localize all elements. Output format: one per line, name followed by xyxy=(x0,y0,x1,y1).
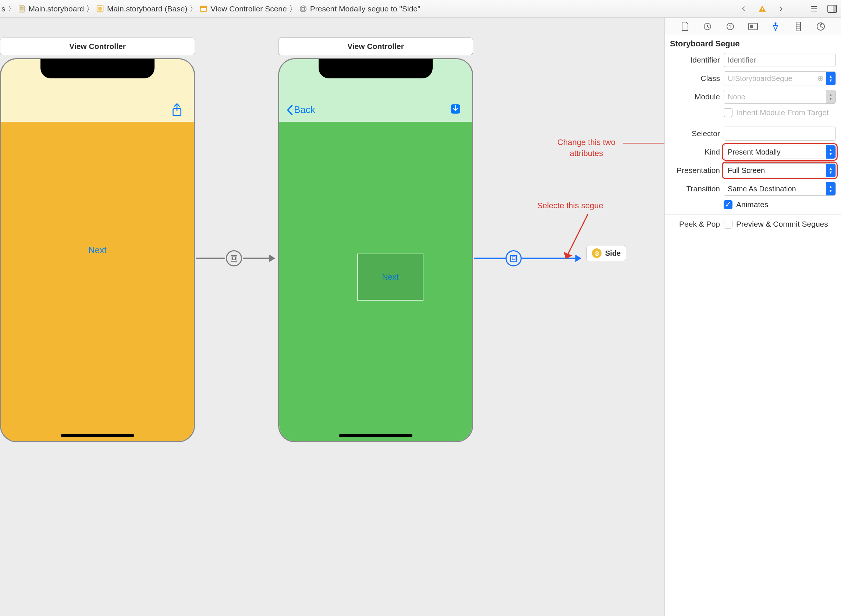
transition-row: Transition Same As Destination ▲▼ xyxy=(665,180,841,198)
animates-checkbox[interactable]: ✓ xyxy=(724,200,733,209)
issues-warning-icon[interactable] xyxy=(757,4,768,14)
segue-icon xyxy=(299,5,307,13)
peekpop-checkbox[interactable] xyxy=(724,220,733,229)
peekpop-row: Peek & Pop Preview & Commit Segues xyxy=(665,217,841,231)
svg-rect-20 xyxy=(233,257,236,260)
selector-row: Selector xyxy=(665,125,841,143)
field-label: Identifier xyxy=(665,56,720,65)
presentation-select[interactable]: Full Screen ▲▼ xyxy=(724,163,836,177)
svg-rect-9 xyxy=(762,8,763,10)
animates-row: ✓ Animates xyxy=(665,198,841,211)
chevron-left-icon xyxy=(287,105,293,115)
field-label: Selector xyxy=(665,129,720,138)
chevron-right-icon: 〉 xyxy=(289,4,297,14)
view-controller-2[interactable]: Back Next xyxy=(278,58,473,442)
identifier-row: Identifier xyxy=(665,51,841,69)
download-icon[interactable] xyxy=(449,103,462,116)
checkbox-label: Preview & Commit Segues xyxy=(736,220,828,229)
class-row: Class UIStoryboardSegue ⊕ ▲▼ xyxy=(665,69,841,88)
svg-rect-4 xyxy=(98,7,101,10)
breadcrumb-scene[interactable]: View Controller Scene xyxy=(199,4,287,13)
svg-rect-1 xyxy=(20,7,23,8)
field-label: Class xyxy=(665,74,720,83)
breadcrumb-storyboard-base[interactable]: Main.storyboard (Base) xyxy=(96,4,187,13)
select-value: Same As Destination xyxy=(728,185,796,193)
chevron-right-icon: 〉 xyxy=(86,4,94,14)
annotation-arrow-2 xyxy=(563,214,592,263)
back-button[interactable]: Back xyxy=(287,104,315,116)
svg-text:?: ? xyxy=(729,24,731,29)
identifier-field[interactable] xyxy=(724,53,836,67)
svg-rect-12 xyxy=(811,9,817,9)
select-value: UIStoryboardSegue xyxy=(728,74,793,83)
svg-rect-23 xyxy=(511,255,517,261)
home-indicator xyxy=(339,434,412,437)
kind-select[interactable]: Present Modally ▲▼ xyxy=(724,145,836,159)
present-modally-icon xyxy=(505,250,522,266)
content-view xyxy=(1,122,194,441)
select-stepper-icon: ▲▼ xyxy=(826,182,835,195)
breadcrumb-label: Main.storyboard xyxy=(29,4,84,13)
breadcrumb-root-suffix[interactable]: s xyxy=(1,4,6,13)
viewcontroller-icon: ◎ xyxy=(592,248,602,258)
container-view[interactable]: Next xyxy=(357,254,423,301)
select-value: None xyxy=(728,93,745,101)
svg-rect-15 xyxy=(833,5,837,13)
storyboard-file-icon xyxy=(18,5,26,13)
select-stepper-icon: ▲▼ xyxy=(826,90,835,103)
nav-back-button[interactable] xyxy=(739,4,749,14)
help-inspector-tab[interactable]: ? xyxy=(724,20,737,33)
storyboard-canvas[interactable]: View Controller View Controller Next xyxy=(0,18,664,616)
breadcrumbs: s 〉 Main.storyboard 〉 Main.storyboard (B… xyxy=(0,4,420,14)
scene2-title-bar[interactable]: View Controller xyxy=(278,38,473,55)
view-controller-1[interactable]: Next xyxy=(0,58,195,442)
module-select[interactable]: None ▲▼ xyxy=(724,90,836,104)
connections-inspector-tab[interactable] xyxy=(815,20,827,33)
inherit-row: Inherit Module From Target xyxy=(665,106,841,119)
svg-rect-8 xyxy=(302,7,304,10)
transition-select[interactable]: Same As Destination ▲▼ xyxy=(724,182,836,196)
select-stepper-icon: ▲▼ xyxy=(826,145,835,158)
svg-rect-13 xyxy=(811,11,817,12)
attributes-inspector-tab[interactable] xyxy=(769,20,782,33)
share-icon[interactable] xyxy=(171,103,183,118)
file-inspector-tab[interactable] xyxy=(679,20,691,33)
chevron-right-icon: 〉 xyxy=(189,4,197,14)
field-label: Transition xyxy=(665,184,720,193)
svg-rect-10 xyxy=(762,11,763,12)
identity-inspector-tab[interactable] xyxy=(747,20,759,33)
svg-rect-31 xyxy=(750,25,753,28)
field-label: Presentation xyxy=(665,166,720,175)
home-indicator xyxy=(61,434,134,437)
segue-arrow-1[interactable] xyxy=(196,250,276,266)
field-label: Peek & Pop xyxy=(665,220,720,229)
selector-field[interactable] xyxy=(724,126,836,141)
scene-title-label: View Controller xyxy=(347,42,404,51)
chip-label: Side xyxy=(605,249,621,258)
inherit-checkbox[interactable] xyxy=(724,108,733,117)
breadcrumb-storyboard[interactable]: Main.storyboard xyxy=(18,4,84,13)
side-viewcontroller-chip[interactable]: ◎ Side xyxy=(586,245,626,261)
add-class-icon[interactable]: ⊕ xyxy=(817,73,824,83)
select-value: Full Screen xyxy=(728,166,765,175)
class-select[interactable]: UIStoryboardSegue ⊕ ▲▼ xyxy=(724,71,836,85)
section-title: Storyboard Segue xyxy=(665,35,841,51)
annotation-change-attrs: Change this two attributes xyxy=(549,137,623,158)
chevron-right-icon: 〉 xyxy=(8,4,15,14)
container-label: Next xyxy=(382,272,399,282)
breadcrumb-segue[interactable]: Present Modally segue to "Side" xyxy=(299,4,420,13)
scene1-title-bar[interactable]: View Controller xyxy=(0,38,195,55)
scene-icon xyxy=(199,5,208,13)
nav-forward-button[interactable] xyxy=(775,4,786,14)
jumpbar-tools xyxy=(739,4,837,14)
svg-rect-2 xyxy=(20,9,23,10)
checkbox-label: Inherit Module From Target xyxy=(736,108,829,117)
adjust-editor-button[interactable] xyxy=(827,4,837,14)
back-label: Back xyxy=(294,104,315,116)
history-inspector-tab[interactable] xyxy=(701,20,714,33)
document-outline-button[interactable] xyxy=(809,4,819,14)
size-inspector-tab[interactable] xyxy=(792,20,804,33)
storyboard-base-icon xyxy=(96,5,104,13)
next-button[interactable]: Next xyxy=(88,245,106,255)
notch-decoration xyxy=(319,59,433,78)
